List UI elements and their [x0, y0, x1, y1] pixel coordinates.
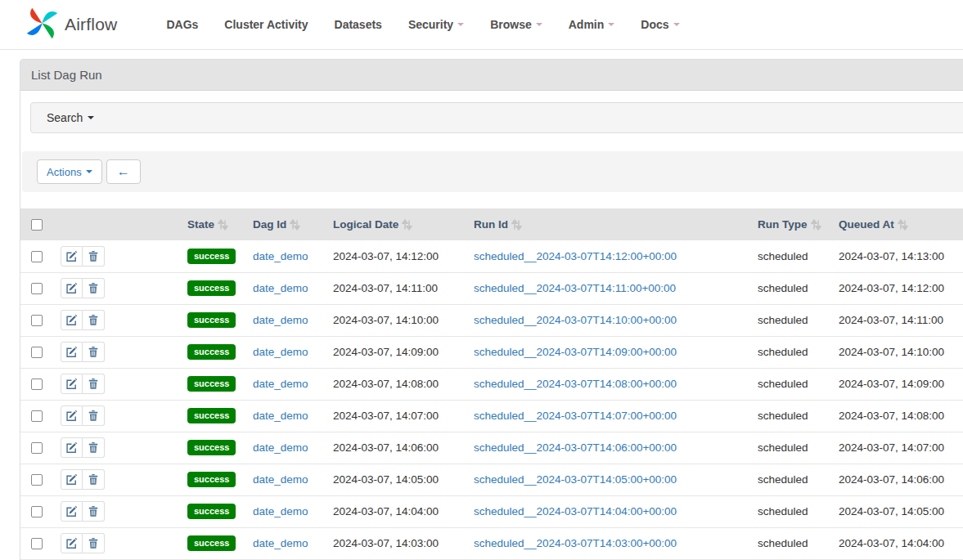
row-checkbox[interactable] — [31, 410, 43, 422]
logical-date-cell: 2024-03-07, 14:11:00 — [326, 272, 467, 304]
run-id-link[interactable]: scheduled__2024-03-07T14:05:00+00:00 — [474, 473, 677, 486]
edit-record-button[interactable] — [61, 437, 83, 458]
row-checkbox[interactable] — [31, 379, 43, 390]
top-navbar: Airflow DAGs Cluster Activity Datasets S… — [0, 0, 963, 50]
dag-id-link[interactable]: date_demo — [253, 250, 308, 262]
table-row: success date_demo 2024-03-07, 14:09:00 s… — [20, 336, 963, 368]
dag-id-link[interactable]: date_demo — [253, 314, 308, 326]
state-badge: success — [187, 472, 236, 487]
edit-record-button[interactable] — [61, 501, 83, 522]
nav-datasets[interactable]: Datasets — [335, 18, 382, 31]
chevron-down-icon — [608, 23, 614, 26]
dag-id-link[interactable]: date_demo — [253, 537, 308, 549]
edit-record-button[interactable] — [61, 469, 83, 490]
actions-dropdown-button[interactable]: Actions — [37, 159, 102, 184]
dag-id-link[interactable]: date_demo — [253, 378, 308, 390]
trash-icon — [88, 282, 99, 294]
edit-icon — [65, 473, 78, 486]
main-nav: DAGs Cluster Activity Datasets Security … — [153, 18, 692, 31]
column-header-run-id[interactable]: Run Id — [474, 218, 522, 231]
dag-id-link[interactable]: date_demo — [253, 441, 308, 454]
run-type-cell: scheduled — [751, 272, 832, 304]
logical-date-cell: 2024-03-07, 14:04:00 — [326, 495, 467, 527]
delete-record-button[interactable] — [83, 278, 105, 298]
run-id-link[interactable]: scheduled__2024-03-07T14:08:00+00:00 — [474, 378, 677, 390]
dag-id-link[interactable]: date_demo — [253, 505, 308, 517]
run-id-link[interactable]: scheduled__2024-03-07T14:12:00+00:00 — [474, 250, 677, 262]
logical-date-cell: 2024-03-07, 14:12:00 — [326, 240, 467, 272]
chevron-down-icon — [536, 23, 542, 26]
row-checkbox[interactable] — [31, 347, 43, 358]
run-id-link[interactable]: scheduled__2024-03-07T14:06:00+00:00 — [474, 441, 677, 454]
edit-record-button[interactable] — [61, 246, 83, 267]
run-id-link[interactable]: scheduled__2024-03-07T14:10:00+00:00 — [474, 314, 677, 326]
edit-record-button[interactable] — [61, 374, 83, 394]
state-badge: success — [187, 312, 236, 328]
dag-id-link[interactable]: date_demo — [253, 282, 308, 294]
list-dag-run-panel: List Dag Run Search Actions ← State Dag … — [20, 59, 963, 560]
column-header-queued-at[interactable]: Queued At — [839, 218, 908, 231]
nav-cluster-activity[interactable]: Cluster Activity — [224, 18, 308, 31]
nav-browse[interactable]: Browse — [490, 18, 542, 31]
delete-record-button[interactable] — [83, 501, 105, 522]
run-id-link[interactable]: scheduled__2024-03-07T14:11:00+00:00 — [474, 282, 676, 294]
run-id-link[interactable]: scheduled__2024-03-07T14:03:00+00:00 — [474, 537, 677, 549]
dag-id-link[interactable]: date_demo — [253, 473, 308, 486]
nav-docs[interactable]: Docs — [641, 18, 679, 31]
edit-icon — [65, 346, 78, 358]
nav-admin[interactable]: Admin — [569, 18, 615, 31]
row-checkbox[interactable] — [31, 315, 43, 326]
dag-id-link[interactable]: date_demo — [253, 410, 308, 422]
run-type-cell: scheduled — [751, 495, 832, 527]
logical-date-cell: 2024-03-07, 14:10:00 — [326, 304, 467, 336]
edit-icon — [65, 505, 78, 517]
column-header-state[interactable]: State — [187, 218, 228, 231]
column-header-dag-id[interactable]: Dag Id — [253, 218, 300, 231]
delete-record-button[interactable] — [83, 437, 105, 458]
delete-record-button[interactable] — [83, 246, 105, 267]
table-row: success date_demo 2024-03-07, 14:03:00 s… — [20, 527, 963, 559]
sort-icon — [511, 219, 522, 231]
delete-record-button[interactable] — [83, 342, 105, 362]
delete-record-button[interactable] — [83, 469, 105, 490]
trash-icon — [88, 346, 99, 358]
queued-at-cell: 2024-03-07, 14:06:00 — [832, 464, 963, 495]
queued-at-cell: 2024-03-07, 14:04:00 — [832, 527, 963, 559]
run-id-link[interactable]: scheduled__2024-03-07T14:09:00+00:00 — [474, 346, 677, 358]
actions-column-header — [54, 208, 181, 240]
search-toggle[interactable]: Search — [30, 102, 963, 133]
edit-record-button[interactable] — [61, 342, 83, 362]
nav-dags[interactable]: DAGs — [166, 18, 198, 31]
row-checkbox[interactable] — [31, 474, 43, 486]
edit-record-button[interactable] — [61, 278, 83, 298]
delete-record-button[interactable] — [83, 405, 105, 426]
delete-record-button[interactable] — [83, 374, 105, 394]
run-id-link[interactable]: scheduled__2024-03-07T14:04:00+00:00 — [474, 505, 677, 517]
row-checkbox[interactable] — [31, 538, 43, 549]
delete-record-button[interactable] — [83, 533, 105, 553]
table-row: success date_demo 2024-03-07, 14:04:00 s… — [20, 495, 963, 527]
state-badge: success — [187, 280, 236, 296]
run-type-cell: scheduled — [751, 336, 832, 368]
column-header-run-type[interactable]: Run Type — [758, 218, 821, 231]
column-header-logical-date[interactable]: Logical Date — [333, 218, 412, 231]
row-checkbox[interactable] — [31, 506, 43, 517]
row-checkbox[interactable] — [31, 283, 43, 294]
row-checkbox[interactable] — [31, 442, 43, 454]
run-id-link[interactable]: scheduled__2024-03-07T14:07:00+00:00 — [474, 410, 677, 422]
select-all-checkbox[interactable] — [31, 219, 43, 231]
actions-toolbar: Actions ← — [22, 151, 963, 192]
state-badge: success — [187, 440, 236, 455]
row-checkbox[interactable] — [31, 251, 43, 262]
dag-id-link[interactable]: date_demo — [253, 346, 308, 358]
edit-record-button[interactable] — [61, 310, 83, 330]
table-row: success date_demo 2024-03-07, 14:06:00 s… — [20, 432, 963, 464]
edit-record-button[interactable] — [61, 533, 83, 553]
back-button[interactable]: ← — [106, 159, 141, 184]
brand-name: Airflow — [65, 15, 117, 34]
airflow-brand[interactable]: Airflow — [25, 6, 117, 43]
trash-icon — [88, 441, 99, 454]
edit-record-button[interactable] — [61, 405, 83, 426]
nav-security[interactable]: Security — [408, 18, 464, 31]
delete-record-button[interactable] — [83, 310, 105, 330]
